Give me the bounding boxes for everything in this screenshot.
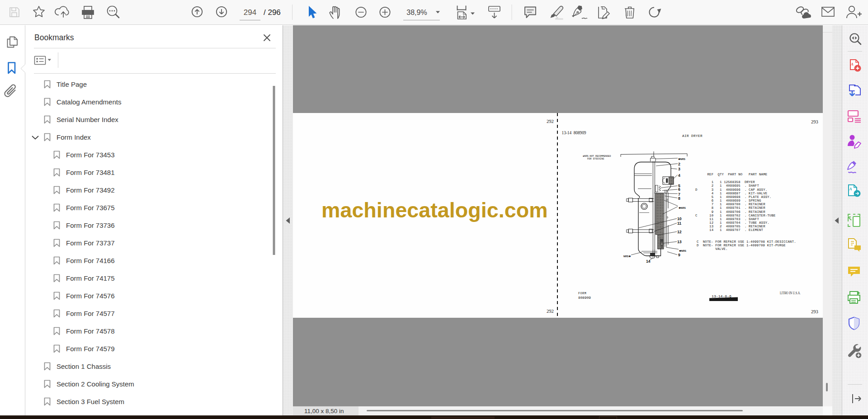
svg-text:13: 13 xyxy=(677,240,682,244)
svg-text:2: 2 xyxy=(678,162,680,166)
svg-text:FOR STOCKING: FOR STOCKING xyxy=(587,158,604,160)
svg-text:293: 293 xyxy=(811,119,818,124)
svg-text:FORM: FORM xyxy=(578,292,586,295)
svg-text:7: 7 xyxy=(678,192,680,197)
svg-text:7 1 4099700 . RETAINER: 7 1 4099700 . RETAINER xyxy=(708,202,766,206)
svg-text:4: 4 xyxy=(678,173,680,178)
svg-text:1 1 12568358 DRYER: 1 1 12568358 DRYER xyxy=(708,180,755,184)
svg-text:10: 10 xyxy=(677,217,682,221)
svg-text:10 1 4099702 . CANISTER-TU: 10 1 4099702 . CANISTER-TUBE xyxy=(708,214,776,217)
svg-text:12: 12 xyxy=(677,230,682,234)
svg-text:5 1 4099698 . PLATE ASSY.: 5 1 4099698 . PLATE ASSY. xyxy=(708,195,772,199)
svg-text:3: 3 xyxy=(678,167,680,171)
svg-text:AIR DRYER: AIR DRYER xyxy=(682,134,703,138)
svg-text:LITHO IN U.S.A.: LITHO IN U.S.A. xyxy=(780,291,801,295)
svg-text:808909: 808909 xyxy=(578,296,591,300)
svg-text:4 1 4099697 . KIT-VALVE: 4 1 4099697 . KIT-VALVE xyxy=(708,192,768,195)
svg-text:8: 8 xyxy=(678,196,680,201)
svg-text:11: 11 xyxy=(677,221,681,226)
svg-text:293: 293 xyxy=(811,309,818,314)
svg-text:14 1 4099707 . ELEMENT: 14 1 4099707 . ELEMENT xyxy=(708,228,764,232)
svg-text:6: 6 xyxy=(678,187,680,192)
svg-text:✱NRS: ✱NRS xyxy=(679,250,686,252)
svg-text:A: A xyxy=(849,187,852,191)
svg-text:8 1 4099701 . RETAINER: 8 1 4099701 . RETAINER xyxy=(708,206,766,210)
svg-text:A: A xyxy=(850,62,854,66)
svg-text:11 1 4099703 . SHAFT: 11 1 4099703 . SHAFT xyxy=(708,217,760,221)
svg-text:/ 296: / 296 xyxy=(264,8,281,17)
svg-text:✱NRS: ✱NRS xyxy=(679,207,686,209)
svg-text:2 1 4099695 . SHAFT: 2 1 4099695 . SHAFT xyxy=(708,184,760,188)
svg-text:✱NRS: ✱NRS xyxy=(678,158,685,160)
svg-text:6 1 4099699 . SPRING: 6 1 4099699 . SPRING xyxy=(708,199,761,202)
svg-text:13-14 808909: 13-14 808909 xyxy=(562,130,586,135)
svg-text:VALVE.: VALVE. xyxy=(697,247,728,251)
svg-text:REF QTY PART NO PART NAME: REF QTY PART NO PART NAME xyxy=(708,173,768,176)
svg-text:D: D xyxy=(695,188,698,192)
svg-text:C: C xyxy=(695,214,698,217)
svg-text:9 1 4099706 . RETAINER: 9 1 4099706 . RETAINER xyxy=(708,210,766,214)
svg-text:9: 9 xyxy=(678,253,680,257)
svg-text:14: 14 xyxy=(646,259,651,264)
svg-text:294: 294 xyxy=(244,8,256,17)
svg-text:13 2 4099705 . RETAINER: 13 2 4099705 . RETAINER xyxy=(708,225,766,228)
svg-text:NRS✱: NRS✱ xyxy=(623,255,631,258)
svg-text:38,9%: 38,9% xyxy=(406,9,427,16)
svg-text:C NOTE- FOR REPAIR USE 1-4099: C NOTE- FOR REPAIR USE 1-4099708 KIT-DES… xyxy=(697,240,796,244)
svg-text:3 1 4099696 . CAP ASSY.: 3 1 4099696 . CAP ASSY. xyxy=(708,188,768,192)
svg-text:12 1 4099704 . TUBE ASSY.: 12 1 4099704 . TUBE ASSY. xyxy=(708,221,769,225)
svg-text:D NOTE- FOR REPAIR USE 1-4099: D NOTE- FOR REPAIR USE 1-4099709 KIT-PUR… xyxy=(697,244,786,247)
